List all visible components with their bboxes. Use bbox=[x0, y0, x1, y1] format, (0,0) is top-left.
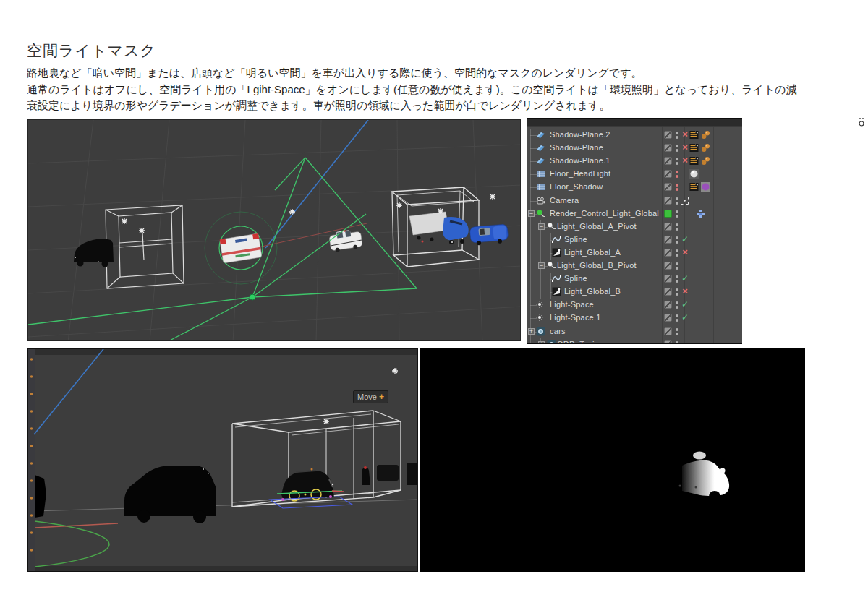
light-dark-icon[interactable] bbox=[552, 248, 561, 257]
object-label[interactable]: cars bbox=[550, 327, 566, 335]
material-purple-tag-icon[interactable] bbox=[701, 182, 710, 192]
object-row[interactable]: +cars bbox=[527, 325, 742, 338]
object-row[interactable]: Spline✓ bbox=[527, 233, 742, 247]
layer-color-chip[interactable] bbox=[664, 157, 672, 165]
viewport-canvas[interactable] bbox=[28, 349, 418, 572]
ambulance[interactable] bbox=[220, 233, 262, 263]
visibility-dot-render[interactable] bbox=[676, 306, 678, 309]
light-small-icon[interactable] bbox=[536, 313, 545, 322]
object-row[interactable]: Light_Global_A× bbox=[527, 247, 742, 260]
layer-color-chip[interactable] bbox=[664, 327, 672, 335]
spline-icon[interactable] bbox=[552, 274, 561, 283]
disabled-x-icon[interactable]: × bbox=[680, 247, 690, 257]
visibility-dot-render[interactable] bbox=[676, 267, 678, 270]
object-label[interactable]: Shadow-Plane.1 bbox=[550, 156, 610, 165]
visibility-dot-render[interactable] bbox=[676, 254, 678, 257]
visibility-dot-render[interactable] bbox=[676, 215, 678, 218]
visibility-dot-editor[interactable] bbox=[676, 184, 678, 187]
black-minivan-silhouette[interactable] bbox=[124, 466, 216, 523]
object-label[interactable]: Floor_HeadLight bbox=[550, 169, 610, 178]
object-row[interactable]: Shadow-Plane× bbox=[527, 142, 742, 155]
object-label[interactable]: Spline bbox=[564, 274, 587, 283]
layer-color-chip[interactable] bbox=[664, 236, 672, 244]
object-label[interactable]: Light_Global_A bbox=[564, 248, 621, 257]
light-green-icon[interactable] bbox=[536, 209, 545, 218]
compositing-tag-icon[interactable] bbox=[689, 156, 699, 166]
shadow-plane-icon[interactable] bbox=[536, 143, 545, 153]
layer-color-chip[interactable] bbox=[664, 288, 672, 296]
visibility-dot-render[interactable] bbox=[676, 280, 678, 283]
object-row[interactable]: Light_Global_B× bbox=[527, 286, 742, 299]
light-space-box-left[interactable] bbox=[106, 205, 184, 288]
shadow-plane-icon[interactable] bbox=[536, 156, 545, 166]
light-cone-apex[interactable] bbox=[250, 294, 255, 300]
object-label[interactable]: Shadow-Plane.2 bbox=[550, 130, 610, 139]
object-label[interactable]: Shadow-Plane bbox=[550, 143, 603, 152]
expand-toggle[interactable]: − bbox=[528, 210, 535, 217]
enabled-check-icon[interactable]: ✓ bbox=[680, 234, 690, 244]
floor-icon[interactable] bbox=[536, 182, 545, 192]
object-label[interactable]: Light-Space bbox=[550, 300, 594, 309]
object-row[interactable]: −Render_Control_Light_Global bbox=[527, 207, 742, 220]
object-row[interactable]: Spline✓ bbox=[527, 273, 742, 286]
object-row[interactable]: Floor_HeadLight bbox=[527, 168, 742, 181]
spheres-tag-icon[interactable] bbox=[701, 130, 710, 140]
compositing-tag-icon[interactable] bbox=[689, 182, 699, 192]
visibility-dot-editor[interactable] bbox=[676, 197, 678, 200]
spheres-tag-icon[interactable] bbox=[701, 143, 710, 153]
layer-color-chip[interactable] bbox=[664, 170, 672, 178]
layer-color-chip[interactable] bbox=[664, 144, 672, 152]
visibility-dot-editor[interactable] bbox=[676, 249, 678, 252]
layer-color-chip[interactable] bbox=[664, 183, 672, 191]
layer-color-chip[interactable] bbox=[664, 340, 672, 344]
visibility-dot-editor[interactable] bbox=[676, 132, 678, 134]
black-car[interactable] bbox=[74, 239, 114, 267]
visibility-dot-editor[interactable] bbox=[676, 236, 678, 239]
floor-icon[interactable] bbox=[536, 169, 545, 179]
visibility-dot-render[interactable] bbox=[676, 241, 678, 244]
object-label[interactable]: Light_Global_B bbox=[564, 287, 621, 296]
object-manager-panel[interactable]: Shadow-Plane.2×Shadow-Plane×Shadow-Plane… bbox=[527, 118, 742, 344]
light-dark-icon[interactable] bbox=[552, 287, 561, 296]
light-icon[interactable] bbox=[547, 222, 556, 231]
object-row[interactable]: −Light_Global_A_Pivot bbox=[527, 220, 742, 233]
layer-color-chip[interactable] bbox=[664, 262, 672, 270]
visibility-dot-render[interactable] bbox=[676, 188, 678, 191]
enabled-check-icon[interactable]: ✓ bbox=[680, 312, 690, 322]
null-icon[interactable] bbox=[536, 327, 545, 336]
spline-icon[interactable] bbox=[552, 235, 561, 244]
object-label[interactable]: Camera bbox=[550, 196, 579, 205]
expand-toggle[interactable]: − bbox=[538, 223, 545, 230]
light-small-icon[interactable] bbox=[536, 300, 545, 309]
visibility-dot-render[interactable] bbox=[676, 319, 678, 322]
object-label[interactable]: Light-Space.1 bbox=[550, 313, 600, 322]
light-icon[interactable] bbox=[547, 261, 556, 270]
object-label[interactable]: Light_Global_B_Pivot bbox=[557, 261, 637, 270]
visibility-dot-render[interactable] bbox=[676, 228, 678, 231]
visibility-dot-render[interactable] bbox=[676, 136, 678, 139]
enabled-check-icon[interactable]: ✓ bbox=[680, 273, 690, 283]
layer-color-chip[interactable] bbox=[664, 223, 672, 231]
visibility-dot-editor[interactable] bbox=[676, 314, 678, 317]
visibility-dot-render[interactable] bbox=[676, 175, 678, 178]
visibility-dot-editor[interactable] bbox=[676, 210, 678, 213]
visibility-dot-editor[interactable] bbox=[676, 341, 678, 344]
visibility-dot-render[interactable] bbox=[676, 333, 678, 335]
visibility-dot-editor[interactable] bbox=[676, 328, 678, 331]
visibility-dot-render[interactable] bbox=[676, 202, 678, 205]
visibility-dot-editor[interactable] bbox=[676, 171, 678, 173]
material-white-tag-icon[interactable] bbox=[689, 169, 699, 179]
visibility-dot-editor[interactable] bbox=[676, 275, 678, 278]
object-label[interactable]: Floor_Shadow bbox=[550, 182, 603, 191]
layer-color-chip[interactable] bbox=[664, 301, 672, 309]
visibility-dot-editor[interactable] bbox=[676, 301, 678, 304]
visibility-dot-editor[interactable] bbox=[676, 158, 678, 160]
null-icon[interactable] bbox=[547, 340, 556, 344]
spheres-tag-icon[interactable] bbox=[701, 156, 710, 166]
enabled-check-icon[interactable]: ✓ bbox=[680, 299, 690, 309]
visibility-dot-editor[interactable] bbox=[676, 145, 678, 147]
camera-target-icon[interactable] bbox=[680, 196, 689, 205]
taxi-car[interactable] bbox=[328, 227, 363, 252]
disabled-x-icon[interactable]: × bbox=[680, 142, 690, 153]
compositing-tag-icon[interactable] bbox=[689, 130, 699, 140]
